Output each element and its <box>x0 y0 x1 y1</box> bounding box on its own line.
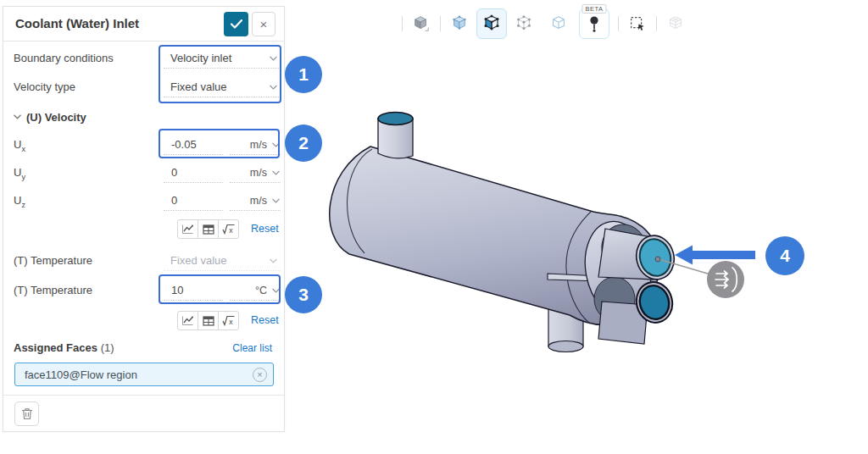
chevron-down-icon <box>272 198 280 203</box>
viewport-toolbar: BETA <box>397 7 689 41</box>
callout-step-3: 3 <box>285 276 322 313</box>
velocity-inlet-badge[interactable] <box>707 261 744 298</box>
vertex-cube-icon <box>515 14 533 34</box>
wireframe-view-button[interactable] <box>549 14 568 33</box>
face-center-marker <box>655 257 660 262</box>
field-label: Uy <box>14 166 25 181</box>
clear-list-link[interactable]: Clear list <box>232 342 272 354</box>
temperature-type-select: Fixed value <box>164 251 281 271</box>
section-title: (U) Velocity <box>26 111 86 124</box>
boundary-condition-panel: Coolant (Water) Inlet × Boundary conditi… <box>3 6 285 432</box>
assigned-face-item[interactable]: face1109@Flow region × <box>14 363 274 386</box>
remove-face-button[interactable]: × <box>253 368 267 382</box>
chevron-down-icon <box>272 142 280 147</box>
field-label: Boundary conditions <box>14 52 114 64</box>
chevron-down-icon <box>272 288 280 293</box>
assigned-faces-header: Assigned Faces (1) Clear list <box>3 338 284 358</box>
check-icon <box>231 19 242 29</box>
probe-point-button[interactable]: BETA <box>579 8 609 39</box>
boundary-conditions-select[interactable]: Velocity inlet <box>164 48 281 69</box>
probe-pin-icon <box>585 14 604 34</box>
model-top-nozzle[interactable] <box>378 113 413 158</box>
panel-divider <box>3 395 284 396</box>
box-select-icon <box>628 14 647 34</box>
viewport-3d[interactable] <box>288 42 868 407</box>
close-icon: × <box>260 17 268 31</box>
box-select-button[interactable] <box>628 14 647 33</box>
chevron-down-icon <box>272 170 280 175</box>
section-velocity[interactable]: (U) Velocity <box>3 108 284 128</box>
top-nozzle-face[interactable] <box>378 113 413 125</box>
volume-cube-icon <box>450 14 469 34</box>
field-label: (T) Temperature <box>14 254 92 267</box>
toolbar-divider <box>618 16 619 31</box>
callout-step-1: 1 <box>285 56 322 93</box>
chevron-down-icon <box>270 56 277 61</box>
delete-boundary-condition-button[interactable] <box>14 401 39 426</box>
trash-icon <box>21 407 33 420</box>
panel-header: Coolant (Water) Inlet × <box>3 7 284 42</box>
line-chart-icon <box>181 224 194 235</box>
uy-input[interactable]: 0 <box>164 163 223 183</box>
svg-text:x: x <box>229 318 233 326</box>
close-icon: × <box>257 369 262 379</box>
solid-cube-icon <box>412 14 431 34</box>
callout-step-4: 4 <box>765 236 804 275</box>
temperature-input[interactable]: 10 <box>164 280 223 301</box>
app-root: Coolant (Water) Inlet × Boundary conditi… <box>0 0 868 454</box>
mesh-view-button <box>666 14 685 33</box>
row-uz: Uz 0 m/s <box>3 191 284 211</box>
sqrt-formula-icon: x <box>222 315 236 326</box>
assigned-face-name: face1109@Flow region <box>25 368 137 381</box>
ux-unit-select[interactable]: m/s <box>230 135 281 155</box>
reset-temperature-link[interactable]: Reset <box>251 314 279 326</box>
table-input-button[interactable] <box>198 311 219 330</box>
table-icon <box>203 224 214 235</box>
chevron-down-icon <box>270 85 277 90</box>
field-label: Velocity type <box>14 80 75 93</box>
select-vertices-button[interactable] <box>515 14 533 33</box>
line-chart-icon <box>181 315 194 326</box>
row-ux: Ux -0.05 m/s <box>3 135 284 155</box>
row-temperature-type: (T) Temperature Fixed value <box>3 251 284 271</box>
formula-input-button[interactable]: x <box>218 219 239 239</box>
toolbar-divider <box>656 16 657 31</box>
model-upper-pipe[interactable] <box>598 229 679 284</box>
uz-input[interactable]: 0 <box>164 191 223 211</box>
velocity-input-toolbar: x Reset <box>3 219 284 240</box>
wireframe-cube-icon <box>549 14 568 34</box>
collapse-chevron-icon <box>14 114 21 119</box>
field-label: (T) Temperature <box>14 284 92 296</box>
assigned-faces-label: Assigned Faces (1) <box>14 341 114 354</box>
mesh-cube-icon <box>666 14 685 34</box>
uz-unit-select[interactable]: m/s <box>230 191 281 211</box>
formula-input-button[interactable]: x <box>218 311 239 330</box>
row-velocity-type: Velocity type Fixed value <box>3 77 284 97</box>
toolbar-divider <box>402 16 403 31</box>
callout-step-2: 2 <box>285 125 322 162</box>
field-label: Ux <box>14 138 25 153</box>
table-input-button[interactable] <box>198 219 219 239</box>
row-uy: Uy 0 m/s <box>3 163 284 183</box>
ux-input[interactable]: -0.05 <box>164 135 223 155</box>
cancel-button[interactable]: × <box>252 12 275 36</box>
chart-input-button[interactable] <box>177 219 198 239</box>
row-temperature-value: (T) Temperature 10 °C <box>3 280 284 301</box>
select-volumes-button[interactable] <box>450 14 469 33</box>
uy-unit-select[interactable]: m/s <box>230 163 281 183</box>
velocity-type-select[interactable]: Fixed value <box>164 77 281 97</box>
render-solid-button[interactable] <box>412 14 431 33</box>
select-faces-button[interactable] <box>476 8 507 39</box>
reset-velocity-link[interactable]: Reset <box>251 223 279 235</box>
row-boundary-conditions: Boundary conditions Velocity inlet <box>3 48 284 69</box>
panel-title: Coolant (Water) Inlet <box>15 16 139 30</box>
confirm-button[interactable] <box>224 12 248 36</box>
chart-input-button[interactable] <box>177 311 198 330</box>
toolbar-divider <box>440 16 441 31</box>
field-label: Uz <box>14 194 25 209</box>
inlet-direction-arrow <box>675 246 755 265</box>
chevron-down-icon <box>270 258 277 263</box>
beta-badge: BETA <box>581 4 606 14</box>
temperature-unit-select[interactable]: °C <box>230 280 281 301</box>
face-select-cube-icon <box>481 14 502 34</box>
